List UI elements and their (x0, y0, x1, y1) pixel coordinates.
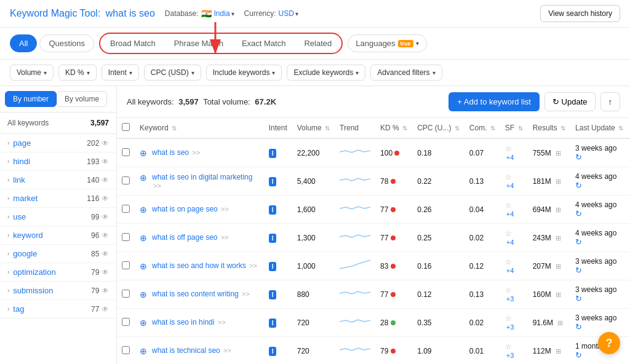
currency-dropdown[interactable]: USD ▾ (279, 9, 298, 18)
keyword-column-header[interactable]: Keyword ⇅ (135, 118, 264, 138)
cpc-column-header[interactable]: CPC (U...) ⇅ (412, 118, 465, 138)
intent-column-header[interactable]: Intent (264, 118, 292, 138)
tab-phrase-match[interactable]: Phrase Match (165, 35, 232, 52)
sidebar-item[interactable]: ›use 99 👁 (0, 208, 116, 226)
advanced-filters[interactable]: Advanced filters ▾ (370, 65, 442, 81)
row-checkbox[interactable] (117, 252, 135, 280)
sf-column-header[interactable]: SF ⇅ (500, 118, 528, 138)
sidebar-item[interactable]: ›market 116 👁 (0, 189, 116, 208)
add-keyword-icon[interactable]: ⊕ (140, 318, 147, 328)
refresh-icon[interactable]: ↻ (575, 181, 582, 190)
languages-button[interactable]: Languages true ▾ (348, 34, 426, 52)
sidebar-item[interactable]: ›optimization 79 👁 (0, 263, 116, 282)
trend-column-header[interactable]: Trend (335, 118, 375, 138)
intent-cell: I (264, 224, 292, 252)
cpc-filter[interactable]: CPC (USD) ▾ (144, 65, 201, 81)
by-number-button[interactable]: By number (5, 91, 57, 107)
kd-column-header[interactable]: KD % ⇅ (375, 118, 412, 138)
sidebar-item[interactable]: ›keyword 96 👁 (0, 226, 116, 245)
refresh-icon[interactable]: ↻ (575, 266, 582, 275)
row-checkbox[interactable] (117, 138, 135, 167)
sidebar-item[interactable]: ›page 202 👁 (0, 134, 116, 152)
refresh-icon[interactable]: ↻ (575, 294, 582, 303)
com-cell: 0.04 (465, 196, 500, 224)
eye-icon[interactable]: 👁 (102, 139, 109, 148)
keyword-link[interactable]: what is seo (152, 148, 189, 157)
eye-icon[interactable]: 👁 (102, 231, 109, 240)
intent-filter[interactable]: Intent ▾ (102, 65, 139, 81)
eye-icon[interactable]: 👁 (102, 157, 109, 166)
star-icon[interactable]: ☆ (505, 314, 512, 323)
eye-icon[interactable]: 👁 (102, 250, 109, 258)
help-button[interactable]: ? (598, 332, 620, 354)
star-icon[interactable]: ☆ (505, 144, 512, 153)
by-volume-button[interactable]: By volume (57, 91, 107, 107)
row-checkbox[interactable] (117, 167, 135, 196)
sidebar-item[interactable]: ›submission 79 👁 (0, 282, 116, 300)
add-keyword-icon[interactable]: ⊕ (140, 290, 147, 299)
star-icon[interactable]: ☆ (505, 173, 512, 181)
star-icon[interactable]: ☆ (505, 229, 512, 238)
tab-all[interactable]: All (10, 34, 37, 52)
add-keyword-icon[interactable]: ⊕ (140, 346, 147, 356)
star-icon[interactable]: ☆ (505, 286, 512, 295)
exclude-keywords-filter[interactable]: Exclude keywords ▾ (287, 65, 365, 81)
eye-icon[interactable]: 👁 (102, 268, 109, 277)
table-row: ⊕ what is seo in digital marketing >> I … (117, 167, 630, 196)
include-keywords-filter[interactable]: Include keywords ▾ (206, 65, 282, 81)
sidebar-item[interactable]: ›link 140 👁 (0, 171, 116, 189)
eye-icon[interactable]: 👁 (102, 287, 109, 295)
table-area: All keywords: 3,597 Total volume: 67.2K … (117, 86, 630, 364)
add-to-keyword-list-button[interactable]: + Add to keyword list (449, 92, 540, 111)
volume-filter[interactable]: Volume ▾ (10, 65, 54, 81)
row-checkbox[interactable] (117, 337, 135, 365)
tab-related[interactable]: Related (295, 35, 340, 52)
tab-broad-match[interactable]: Broad Match (102, 35, 164, 52)
select-all-checkbox[interactable] (117, 118, 135, 138)
eye-icon[interactable]: 👁 (102, 194, 109, 203)
last-update-column-header[interactable]: Last Update ⇅ (570, 118, 630, 138)
results-cell: 112M ⊞ (528, 337, 570, 365)
keyword-link[interactable]: what is seo in hindi (152, 318, 214, 326)
add-keyword-icon[interactable]: ⊕ (140, 205, 147, 215)
add-keyword-icon[interactable]: ⊕ (140, 261, 147, 271)
add-keyword-icon[interactable]: ⊕ (140, 148, 147, 158)
sf-plus: +3 (506, 323, 514, 331)
star-icon[interactable]: ☆ (505, 258, 512, 266)
eye-icon[interactable]: 👁 (102, 176, 109, 184)
keyword-link[interactable]: what is seo content writing (152, 290, 239, 298)
star-icon[interactable]: ☆ (505, 201, 512, 210)
tab-questions[interactable]: Questions (39, 34, 94, 52)
database-dropdown[interactable]: India ▾ (214, 9, 234, 18)
keyword-link[interactable]: what is on page seo (152, 205, 218, 213)
row-checkbox[interactable] (117, 196, 135, 224)
add-keyword-icon[interactable]: ⊕ (140, 233, 147, 243)
sidebar-item[interactable]: ›hindi 193 👁 (0, 152, 116, 171)
eye-icon[interactable]: 👁 (102, 213, 109, 221)
refresh-icon[interactable]: ↻ (575, 237, 582, 247)
sidebar-item[interactable]: ›tag 77 👁 (0, 300, 116, 318)
com-column-header[interactable]: Com. ⇅ (465, 118, 500, 138)
results-column-header[interactable]: Results ⇅ (528, 118, 570, 138)
keyword-link[interactable]: what is off page seo (152, 233, 218, 242)
eye-icon[interactable]: 👁 (102, 305, 109, 314)
export-button[interactable]: ↑ (600, 92, 621, 111)
add-keyword-icon[interactable]: ⊕ (140, 173, 147, 183)
keyword-link[interactable]: what is technical seo (152, 346, 220, 355)
star-icon[interactable]: ☆ (505, 342, 512, 351)
keyword-link[interactable]: what is seo and how it works (152, 261, 246, 270)
keyword-link[interactable]: what is seo in digital marketing (152, 173, 252, 181)
refresh-icon[interactable]: ↻ (575, 209, 582, 218)
refresh-icon[interactable]: ↻ (575, 350, 582, 360)
row-checkbox[interactable] (117, 224, 135, 252)
kd-filter[interactable]: KD % ▾ (58, 65, 97, 81)
row-checkbox[interactable] (117, 309, 135, 337)
view-history-button[interactable]: View search history (540, 5, 620, 22)
update-button[interactable]: ↻ Update (544, 92, 596, 111)
tab-exact-match[interactable]: Exact Match (233, 35, 295, 52)
refresh-icon[interactable]: ↻ (575, 152, 582, 162)
row-checkbox[interactable] (117, 280, 135, 309)
sidebar-item[interactable]: ›google 85 👁 (0, 245, 116, 263)
volume-column-header[interactable]: Volume ⇅ (292, 118, 335, 138)
refresh-icon[interactable]: ↻ (575, 322, 582, 331)
